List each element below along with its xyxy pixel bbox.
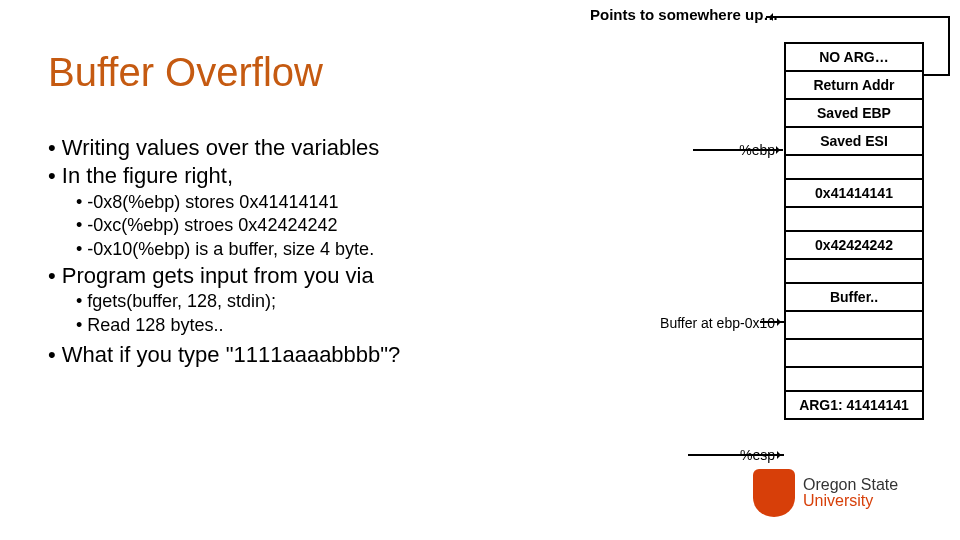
arrow-icon (693, 149, 783, 151)
bullet: In the figure right, (48, 163, 578, 189)
stack-cell-empty (784, 338, 924, 368)
shield-icon (753, 469, 795, 517)
stack-cell-gap (784, 366, 924, 392)
slide-title: Buffer Overflow (48, 50, 323, 95)
logo-text: Oregon State University (803, 477, 898, 509)
label-buffer: Buffer at ebp-0x10 (660, 315, 775, 331)
arrow-icon (760, 321, 784, 323)
stack-cell-saved-esi: Saved ESI (784, 126, 924, 156)
stack-cell-noarg: NO ARG… (784, 42, 924, 72)
stack-cell-val1: 0x41414141 (784, 178, 924, 208)
arrow-icon (688, 454, 784, 456)
curve-segment (948, 16, 950, 76)
stack-diagram: NO ARG… Return Addr Saved EBP Saved ESI … (784, 42, 924, 418)
bullet: What if you type "1111aaaabbbb"? (48, 342, 578, 368)
slide-body: Writing values over the variables In the… (48, 135, 578, 371)
stack-cell-saved-ebp: Saved EBP (784, 98, 924, 128)
stack-cell-gap (784, 154, 924, 180)
bullet: Writing values over the variables (48, 135, 578, 161)
stack-cell-gap (784, 206, 924, 232)
logo-line1: Oregon State (803, 477, 898, 493)
arrow-left-icon (766, 16, 886, 18)
top-annotation: Points to somewhere up… (590, 6, 778, 23)
sub-bullet: -0x8(%ebp) stores 0x41414141 (76, 192, 578, 214)
stack-cell-buffer: Buffer.. (784, 282, 924, 312)
stack-cell-retaddr: Return Addr (784, 70, 924, 100)
stack-cell-arg1: ARG1: 41414141 (784, 390, 924, 420)
stack-cell-gap (784, 258, 924, 284)
sub-bullet: -0xc(%ebp) stroes 0x42424242 (76, 215, 578, 237)
stack-cell-val2: 0x42424242 (784, 230, 924, 260)
curve-segment (886, 16, 950, 18)
stack-cell-empty (784, 310, 924, 340)
logo-line2: University (803, 493, 898, 509)
sub-bullet: fgets(buffer, 128, stdin); (76, 291, 578, 313)
osu-logo: Oregon State University (753, 465, 928, 520)
bullet: Program gets input from you via (48, 263, 578, 289)
sub-bullet: Read 128 bytes.. (76, 315, 578, 337)
curve-segment (924, 74, 950, 76)
sub-bullet: -0x10(%ebp) is a buffer, size 4 byte. (76, 239, 578, 261)
